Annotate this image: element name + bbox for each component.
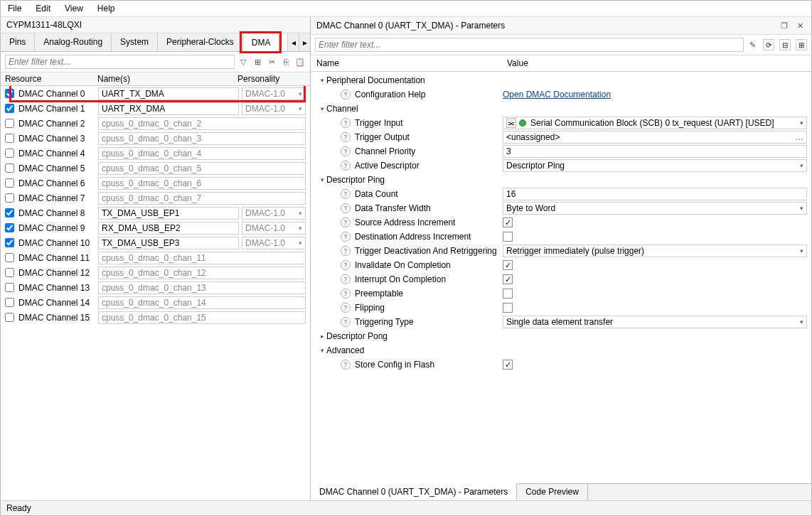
table-row[interactable]: DMAC Channel 13cpuss_0_dmac_0_chan_13 (1, 280, 310, 295)
table-row[interactable]: DMAC Channel 7cpuss_0_dmac_0_chan_7 (1, 190, 310, 205)
help-icon[interactable]: ? (341, 232, 351, 242)
tab-pins[interactable]: Pins (1, 33, 35, 51)
help-icon[interactable]: ? (341, 303, 351, 313)
triggering-type-select[interactable]: Single data element transfer (503, 316, 807, 328)
resource-name-field[interactable]: cpuss_0_dmac_0_chan_4 (98, 147, 306, 160)
col-value[interactable]: Value (507, 58, 806, 68)
col-name[interactable]: Name (316, 58, 507, 68)
menu-help[interactable]: Help (97, 4, 115, 14)
table-row[interactable]: DMAC Channel 9RX_DMA_USB_EP2DMAC-1.0▾ (1, 220, 310, 235)
table-row[interactable]: DMAC Channel 14cpuss_0_dmac_0_chan_14 (1, 295, 310, 310)
collapse-toggle[interactable]: ▾ (318, 176, 326, 183)
resource-checkbox[interactable] (5, 283, 14, 292)
help-icon[interactable]: ? (341, 260, 351, 270)
tab-scroll-left-icon[interactable]: ◂ (287, 33, 299, 51)
resource-checkbox[interactable] (5, 193, 14, 203)
menu-file[interactable]: File (8, 4, 21, 14)
resource-name-field[interactable]: cpuss_0_dmac_0_chan_3 (98, 132, 306, 145)
tab-system[interactable]: System (112, 33, 158, 51)
tab-code-preview[interactable]: Code Preview (517, 484, 588, 500)
active-descriptor-select[interactable]: Descriptor Ping (503, 159, 807, 172)
personality-select[interactable]: DMAC-1.0▾ (242, 102, 306, 115)
resource-name-field[interactable]: cpuss_0_dmac_0_chan_2 (98, 117, 306, 130)
copy-icon[interactable]: ⎘ (280, 56, 292, 68)
resource-name-field[interactable]: cpuss_0_dmac_0_chan_15 (98, 311, 306, 324)
open-dmac-doc-link[interactable]: Open DMAC Documentation (503, 90, 611, 100)
view-icon[interactable]: ⊞ (252, 56, 263, 68)
help-icon[interactable]: ? (341, 317, 351, 327)
personality-select[interactable]: DMAC-1.0▾ (242, 237, 306, 249)
resource-checkbox[interactable] (5, 149, 14, 158)
table-row[interactable]: DMAC Channel 11cpuss_0_dmac_0_chan_11 (1, 250, 310, 265)
store-config-flash-checkbox[interactable]: ✓ (503, 360, 513, 370)
help-icon[interactable]: ? (341, 132, 351, 142)
left-filter-input[interactable] (5, 55, 235, 69)
expand-toggle[interactable]: ▸ (318, 333, 326, 340)
tab-dma[interactable]: DMA (243, 34, 280, 52)
menu-view[interactable]: View (65, 4, 83, 14)
personality-select[interactable]: DMAC-1.0▾ (242, 222, 306, 235)
col-resource[interactable]: Resource (5, 74, 97, 84)
col-personality[interactable]: Personality (237, 74, 306, 84)
channel-priority-field[interactable]: 3 (503, 145, 807, 158)
trigger-output-field[interactable]: <unassigned>… (503, 131, 807, 144)
resource-name-field[interactable]: cpuss_0_dmac_0_chan_5 (98, 162, 306, 175)
resource-checkbox[interactable] (5, 178, 14, 188)
edit-icon[interactable]: ✎ (747, 39, 758, 50)
restore-icon[interactable]: ❐ (779, 20, 790, 31)
table-row[interactable]: DMAC Channel 4cpuss_0_dmac_0_chan_4 (1, 146, 310, 161)
resource-checkbox[interactable] (5, 163, 14, 173)
table-row[interactable]: DMAC Channel 12cpuss_0_dmac_0_chan_12 (1, 265, 310, 280)
table-row[interactable]: DMAC Channel 5cpuss_0_dmac_0_chan_5 (1, 161, 310, 176)
resource-checkbox[interactable] (5, 253, 14, 262)
help-icon[interactable]: ? (341, 217, 351, 227)
help-icon[interactable]: ? (341, 118, 351, 128)
resource-name-field[interactable]: TX_DMA_USB_EP3 (98, 237, 239, 249)
collapse-toggle[interactable]: ▾ (318, 347, 326, 354)
table-row[interactable]: DMAC Channel 15cpuss_0_dmac_0_chan_15 (1, 310, 310, 325)
menu-edit[interactable]: Edit (36, 4, 50, 14)
resource-checkbox[interactable] (5, 223, 14, 232)
cut-icon[interactable]: ✂ (266, 56, 277, 68)
trigger-deactivation-select[interactable]: Retrigger immediately (pulse trigger) (503, 244, 807, 257)
refresh-icon[interactable]: ⟳ (763, 39, 774, 50)
dest-addr-increment-checkbox[interactable] (503, 232, 513, 242)
filter-icon[interactable]: ▽ (237, 56, 249, 68)
data-count-field[interactable]: 16 (503, 188, 807, 200)
personality-select[interactable]: DMAC-1.0▾ (242, 87, 306, 100)
table-row[interactable]: DMAC Channel 8TX_DMA_USB_EP1DMAC-1.0▾ (1, 205, 310, 220)
resource-name-field[interactable]: cpuss_0_dmac_0_chan_7 (98, 192, 306, 205)
col-names[interactable]: Name(s) (97, 74, 237, 84)
resource-checkbox[interactable] (5, 134, 14, 143)
resource-checkbox[interactable] (5, 268, 14, 277)
source-addr-increment-checkbox[interactable]: ✓ (503, 217, 513, 227)
right-filter-input[interactable] (315, 38, 744, 52)
resource-name-field[interactable]: RX_DMA_USB_EP2 (98, 222, 239, 235)
help-icon[interactable]: ? (341, 360, 351, 370)
resource-name-field[interactable]: cpuss_0_dmac_0_chan_12 (98, 267, 306, 279)
preemptable-checkbox[interactable] (503, 289, 513, 299)
close-icon[interactable]: ✕ (794, 20, 806, 31)
collapse-icon[interactable]: ⊟ (779, 39, 791, 50)
invalidate-on-completion-checkbox[interactable]: ✓ (503, 260, 513, 270)
data-transfer-width-select[interactable]: Byte to Word (503, 202, 807, 215)
resource-checkbox[interactable] (5, 208, 14, 217)
resource-name-field[interactable]: UART_TX_DMA (98, 87, 239, 100)
help-icon[interactable]: ? (341, 274, 351, 284)
tab-analog-routing[interactable]: Analog-Routing (35, 33, 112, 51)
resource-checkbox[interactable] (5, 238, 14, 247)
help-icon[interactable]: ? (341, 246, 351, 256)
expand-icon[interactable]: ⊞ (796, 39, 807, 50)
resource-checkbox[interactable] (5, 313, 14, 322)
help-icon[interactable]: ? (341, 189, 351, 199)
interrupt-on-completion-checkbox[interactable]: ✓ (503, 274, 513, 284)
flipping-checkbox[interactable] (503, 303, 513, 313)
resource-checkbox[interactable] (5, 119, 14, 128)
trigger-input-select[interactable]: ⫘Serial Communication Block (SCB) 0 tx_r… (503, 117, 807, 129)
resource-name-field[interactable]: cpuss_0_dmac_0_chan_11 (98, 252, 306, 264)
table-row[interactable]: DMAC Channel 3cpuss_0_dmac_0_chan_3 (1, 131, 310, 146)
resource-checkbox[interactable] (5, 104, 14, 113)
table-row[interactable]: DMAC Channel 10TX_DMA_USB_EP3DMAC-1.0▾ (1, 235, 310, 250)
resource-checkbox[interactable] (5, 89, 14, 98)
collapse-toggle[interactable]: ▾ (318, 77, 326, 84)
